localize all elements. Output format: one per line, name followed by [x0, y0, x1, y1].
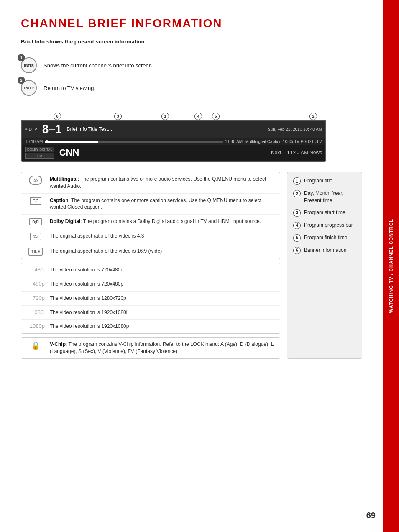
icon-row-dolby: D)D Dolby Digital: The program contains … [21, 215, 280, 229]
screen-callout-4: 4 [194, 113, 202, 120]
icons-descriptions: ∞ Multilingual: The program contains two… [21, 172, 280, 359]
callout-num-4: 4 [293, 222, 301, 229]
start-time: 10:10 AM [25, 139, 43, 144]
screen-callout-5: 5 [212, 113, 220, 120]
end-time: 11:40 AM [225, 139, 243, 144]
res-1080p-label: 1080p [26, 323, 45, 329]
progress-track [45, 141, 222, 143]
res-720p-label-cell: 720p [26, 295, 45, 301]
dolby-title: Dolby Digital [50, 218, 80, 224]
tv-channel-name: CNN [59, 147, 79, 158]
sidebar-label: WATCHING TV / CHANNEL CONTROL [389, 219, 394, 313]
multilingual-desc: Multilingual: The program contains two o… [50, 176, 275, 190]
callout-item-2: 2 Day, Month, Year, Present time [293, 190, 356, 204]
dolby-icon: D)D [29, 218, 41, 225]
res-row-480p: 480p The video resolution is 720x480p [21, 277, 280, 292]
enter-label-2: ENTER [24, 87, 34, 90]
dtv-label: DTV [29, 127, 37, 132]
res-1080p-desc: The video resolution is 1920x1080p [50, 323, 129, 330]
res-1080i-label: 1080i [26, 309, 45, 315]
icon-row-multilingual: ∞ Multilingual: The program contains two… [21, 172, 280, 194]
channel-number: 8–1 [42, 123, 62, 136]
icon-row-caption: CC Caption: The program contains one or … [21, 194, 280, 215]
callout-item-5: 5 Program finish time [293, 234, 356, 242]
page-title: CHANNEL BRIEF INFORMATION [21, 17, 362, 30]
res-480p-label: 480p [26, 281, 45, 287]
screen-callout-6: 6 [54, 113, 61, 120]
ratio-16-9-icon-cell: 16:9 [26, 248, 45, 256]
icon-row-4-3: 4:3 The original aspect ratio of the vid… [21, 229, 280, 244]
caption-icon-cell: CC [26, 197, 45, 205]
callout-panel: 1 Program title 2 Day, Month, Year, Pres… [287, 172, 362, 359]
main-content: CHANNEL BRIEF INFORMATION Brief Info sho… [0, 0, 383, 376]
callout-label-3: Program start time [304, 209, 345, 216]
callout-label-2: Day, Month, Year, Present time [304, 190, 356, 204]
ratio-4-3-desc: The original aspect ratio of the video i… [50, 233, 144, 240]
res-720p-desc: The video resolution is 1280x720p [50, 295, 126, 302]
multilingual-icon-cell: ∞ [26, 176, 45, 185]
vchip-icon-cell: 🔒 [26, 341, 45, 350]
vchip-table: 🔒 V-Chip: The program contains V-Chip in… [21, 337, 280, 359]
res-1080i-label-cell: 1080i [26, 309, 45, 315]
dtv-icon: ≡ [25, 127, 28, 132]
res-480i-label: 480i [26, 266, 45, 273]
progress-dot [45, 140, 49, 143]
sidebar: WATCHING TV / CHANNEL CONTROL [383, 0, 399, 532]
res-480p-label-cell: 480p [26, 281, 45, 287]
tv-bottom-bar: DOLBY DIGITAL HD CNN Next – 11:40 AM New… [22, 145, 325, 161]
caption-title: Caption [50, 197, 69, 203]
callout-label-5: Program finish time [304, 234, 347, 241]
res-480i-desc: The video resolution is 720x480i [50, 266, 122, 274]
res-1080p-label-cell: 1080p [26, 323, 45, 329]
subtitle: Brief Info shows the present screen info… [21, 38, 362, 45]
step-1: 1 ENTER Shows the current channel's brie… [21, 57, 362, 73]
res-row-720p: 720p The video resolution is 1280x720p [21, 292, 280, 306]
vchip-desc: V-Chip: The program contains V-Chip info… [50, 341, 275, 355]
ratio-4-3-icon: 4:3 [30, 233, 41, 240]
callout-num-5: 5 [293, 234, 301, 242]
tv-datetime: Sun, Feb 21, 2010 10: 40 AM [268, 127, 322, 132]
icon-row-vchip: 🔒 V-Chip: The program contains V-Chip in… [21, 338, 280, 358]
screen-callout-2: 2 [309, 113, 317, 120]
screen-callouts: 6 3 1 4 5 2 [21, 108, 326, 120]
page-number: 69 [366, 511, 376, 520]
screen-callout-3: 3 [114, 113, 122, 120]
res-480p-desc: The video resolution is 720x480p [50, 281, 123, 288]
dolby-badge: DOLBY DIGITAL [25, 147, 54, 152]
enter-label-1: ENTER [24, 64, 34, 67]
step-number-1: 1 [18, 54, 25, 61]
dolby-hd-badges: DOLBY DIGITAL HD [25, 147, 54, 159]
tv-badges: Multilingual Caption 1080i TV-PG D L S V [245, 139, 322, 144]
callout-num-3: 3 [293, 209, 301, 217]
tv-screen: ≡ DTV 8–1 Brief Info Title Test... Sun, … [21, 120, 326, 162]
ratio-16-9-desc: The original aspect ratio of the video i… [50, 248, 162, 255]
callout-item-1: 1 Program title [293, 177, 356, 185]
info-row: ∞ Multilingual: The program contains two… [21, 172, 362, 359]
enter-button-1[interactable]: 1 ENTER [21, 57, 37, 73]
progress-fill [45, 141, 98, 143]
icon-row-16-9: 16:9 The original aspect ratio of the vi… [21, 244, 280, 259]
enter-button-2[interactable]: 2 ENTER [21, 80, 37, 96]
callout-item-4: 4 Program progress bar [293, 222, 356, 229]
step-2: 2 ENTER Return to TV viewing. [21, 80, 362, 96]
dtv-badge: ≡ DTV [25, 127, 37, 132]
res-1080i-desc: The video resolution is 1920x1080i [50, 309, 127, 316]
icons-table: ∞ Multilingual: The program contains two… [21, 172, 280, 259]
step-2-label: Return to TV viewing. [43, 85, 95, 91]
caption-icon: CC [30, 197, 41, 205]
res-720p-label: 720p [26, 295, 45, 301]
res-row-480i: 480i The video resolution is 720x480i [21, 263, 280, 277]
hd-badge: HD [25, 153, 54, 159]
step-number-2: 2 [18, 77, 25, 84]
tv-progress-row: 10:10 AM 11:40 AM Multilingual Caption 1… [22, 138, 325, 145]
callout-label-6: Banner information [304, 247, 346, 254]
callout-item-6: 6 Banner information [293, 247, 356, 254]
screen-callout-1: 1 [161, 113, 169, 120]
resolutions-table: 480i The video resolution is 720x480i 48… [21, 263, 280, 334]
dolby-icon-cell: D)D [26, 218, 45, 225]
multilingual-title: Multilingual [50, 176, 78, 182]
tv-brief-title: Brief Info Title Test... [67, 126, 268, 132]
multilingual-icon: ∞ [29, 176, 42, 185]
callout-item-3: 3 Program start time [293, 209, 356, 217]
ratio-16-9-icon: 16:9 [28, 248, 43, 256]
